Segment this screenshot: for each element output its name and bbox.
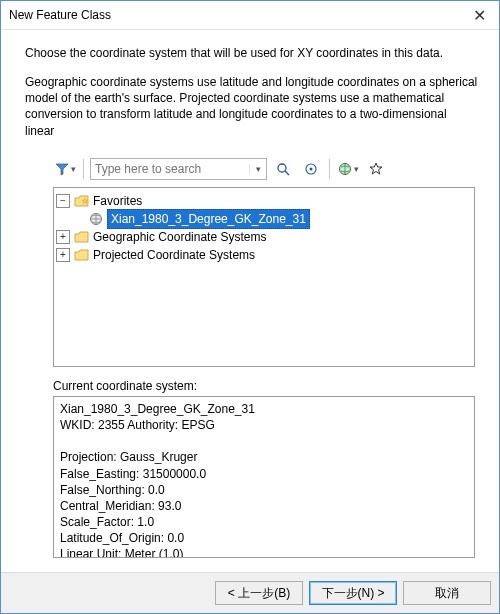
search-box[interactable]: ▾ xyxy=(90,158,267,180)
close-button[interactable]: ✕ xyxy=(459,1,499,29)
intro-text-2: Geographic coordinate systems use latitu… xyxy=(25,74,479,139)
tree-node-label: Projected Coordinate Systems xyxy=(93,246,255,264)
funnel-icon xyxy=(55,162,69,176)
globe-icon xyxy=(338,162,352,176)
search-icon xyxy=(276,162,290,176)
chevron-down-icon: ▾ xyxy=(354,164,359,174)
svg-line-2 xyxy=(285,171,289,175)
chevron-down-icon: ▾ xyxy=(71,164,76,174)
search-dropdown[interactable]: ▾ xyxy=(249,164,266,174)
tree-node-label: Geographic Coordinate Systems xyxy=(93,228,266,246)
favorites-folder-icon xyxy=(74,193,90,209)
expand-icon[interactable]: + xyxy=(56,230,70,244)
folder-icon xyxy=(74,229,90,245)
svg-marker-0 xyxy=(56,164,68,175)
tree-node-label: Favorites xyxy=(93,192,142,210)
favorite-button[interactable] xyxy=(364,157,388,181)
svg-marker-6 xyxy=(370,163,382,174)
current-cs-details[interactable]: Xian_1980_3_Degree_GK_Zone_31 WKID: 2355… xyxy=(53,396,475,558)
locate-button[interactable] xyxy=(299,157,323,181)
collapse-icon[interactable]: − xyxy=(56,194,70,208)
back-button[interactable]: < 上一步(B) xyxy=(215,581,303,605)
titlebar: New Feature Class ✕ xyxy=(1,1,499,30)
tree-node-geographic[interactable]: + Geographic Coordinate Systems xyxy=(56,228,472,246)
globe-menu-button[interactable]: ▾ xyxy=(336,157,360,181)
tree-node-selected-crs[interactable]: Xian_1980_3_Degree_GK_Zone_31 xyxy=(56,210,472,228)
filter-button[interactable]: ▾ xyxy=(53,157,77,181)
target-icon xyxy=(304,162,318,176)
svg-point-4 xyxy=(310,167,313,170)
tree-node-label: Xian_1980_3_Degree_GK_Zone_31 xyxy=(107,209,310,229)
next-button[interactable]: 下一步(N) > xyxy=(309,581,397,605)
coordinate-system-tree[interactable]: − Favorites xyxy=(53,187,475,367)
star-icon xyxy=(369,162,383,176)
search-toolbar: ▾ ▾ ▾ xyxy=(53,157,479,181)
wizard-footer: < 上一步(B) 下一步(N) > 取消 xyxy=(1,572,499,613)
separator xyxy=(83,159,84,179)
tree-node-projected[interactable]: + Projected Coordinate Systems xyxy=(56,246,472,264)
svg-point-1 xyxy=(278,164,286,172)
search-input[interactable] xyxy=(91,162,249,176)
cancel-button[interactable]: 取消 xyxy=(403,581,491,605)
separator xyxy=(329,159,330,179)
expand-icon[interactable]: + xyxy=(56,248,70,262)
folder-icon xyxy=(74,247,90,263)
window-title: New Feature Class xyxy=(9,8,459,22)
intro-text-1: Choose the coordinate system that will b… xyxy=(25,46,479,60)
current-cs-label: Current coordinate system: xyxy=(53,379,479,393)
search-go-button[interactable] xyxy=(271,157,295,181)
sphere-icon xyxy=(88,211,104,227)
tree-node-favorites[interactable]: − Favorites xyxy=(56,192,472,210)
details-text: Xian_1980_3_Degree_GK_Zone_31 WKID: 2355… xyxy=(54,397,474,557)
close-icon: ✕ xyxy=(473,6,486,25)
